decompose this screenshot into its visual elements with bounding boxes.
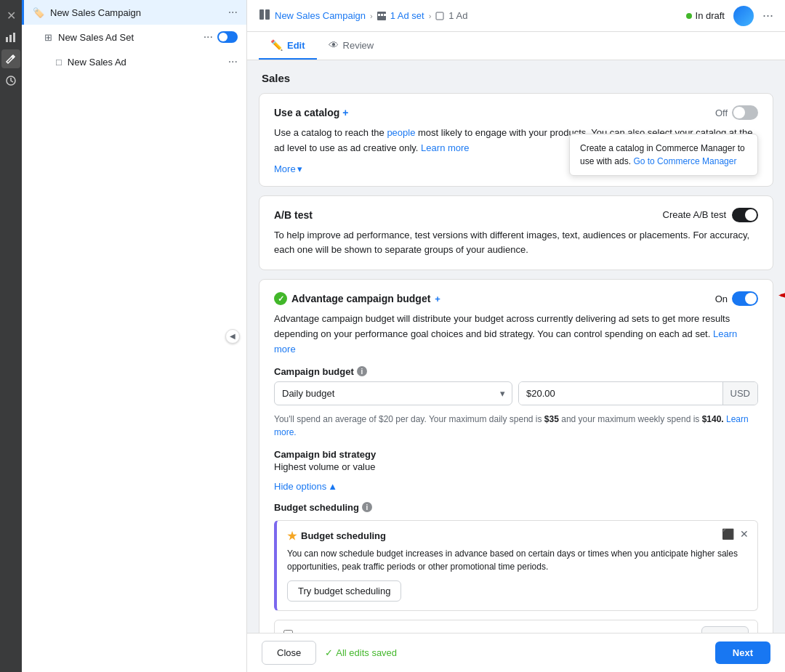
- adv-check-icon: ✓: [274, 292, 287, 305]
- review-tab-icon: 👁: [329, 39, 339, 51]
- top-bar: New Sales Campaign › 1 Ad set › 1 Ad In …: [247, 0, 785, 32]
- saved-label: All edits saved: [336, 647, 397, 658]
- tab-edit[interactable]: ✏️ Edit: [259, 32, 317, 60]
- catalog-people-link[interactable]: people: [387, 127, 415, 138]
- svg-rect-1: [9, 35, 12, 42]
- sched-star-icon: ★: [287, 530, 297, 543]
- catalog-header: Use a catalog + Off: [274, 105, 758, 120]
- sched-promo-actions: ⬛ ✕: [722, 528, 749, 540]
- campaign-budget-label: Campaign budget i: [274, 366, 758, 377]
- catalog-learn-more-link[interactable]: Learn more: [421, 142, 469, 153]
- breadcrumb: New Sales Campaign › 1 Ad set › 1 Ad: [259, 9, 467, 23]
- adv-plus: +: [435, 294, 440, 304]
- catalog-tooltip: Create a catalog in Commerce Manager to …: [569, 134, 758, 176]
- budget-row: Daily budget Lifetime budget ▾ USD: [274, 381, 758, 405]
- view-button[interactable]: View ▾: [701, 626, 749, 633]
- chart-nav-icon[interactable]: [1, 28, 20, 46]
- collapse-nav-button[interactable]: ◀: [225, 329, 240, 344]
- adset-nav-dots[interactable]: ···: [204, 31, 213, 44]
- catalog-toggle-row: Off: [715, 105, 758, 120]
- schedule-promo-card: ★ Budget scheduling ⬛ ✕ You can now sche…: [274, 520, 758, 611]
- budget-scheduling-header: Budget scheduling i: [274, 502, 758, 513]
- campaign-nav-icon: 🏷️: [33, 7, 44, 18]
- nav-item-ad[interactable]: □ New Sales Ad ···: [22, 49, 246, 74]
- ab-body: To help improve ad performance, test ver…: [274, 228, 758, 259]
- ab-title: A/B test: [274, 209, 313, 221]
- svg-rect-0: [6, 37, 8, 42]
- breadcrumb-panel-icon: [259, 9, 270, 23]
- budget-amount-input-wrap: USD: [518, 381, 758, 405]
- svg-rect-9: [384, 14, 386, 16]
- bottom-left: Close ✓ All edits saved: [262, 641, 397, 665]
- budget-amount-input[interactable]: [519, 382, 722, 405]
- adset-toggle[interactable]: [217, 31, 238, 43]
- ab-right: Create A/B test: [663, 208, 758, 222]
- hide-options-label: Hide options: [274, 481, 326, 492]
- breadcrumb-campaign[interactable]: New Sales Campaign: [275, 10, 366, 21]
- campaign-budget-info-icon[interactable]: i: [357, 366, 367, 376]
- catalog-more-label: More: [274, 163, 296, 174]
- nav-panel: 🏷️ New Sales Campaign ··· ⊞ New Sales Ad…: [22, 0, 247, 672]
- sched-promo-save-icon[interactable]: ⬛: [722, 528, 734, 540]
- spend-learn-more-link[interactable]: Learn more.: [274, 414, 749, 437]
- hide-options-link[interactable]: Hide options ▲: [274, 481, 337, 492]
- section-title: Sales: [259, 72, 773, 84]
- ad-nav-label: New Sales Ad: [68, 57, 126, 68]
- campaign-budget-label-text: Campaign budget: [274, 366, 354, 377]
- catalog-more-arrow: ▾: [297, 163, 302, 174]
- adv-body: Advantage campaign budget will distribut…: [274, 312, 758, 357]
- tooltip-link[interactable]: Go to Commerce Manager: [633, 156, 736, 166]
- hide-options-arrow: ▲: [328, 481, 337, 492]
- sched-promo-title-text: Budget scheduling: [301, 530, 386, 541]
- adv-body-text: Advantage campaign budget will distribut…: [274, 313, 730, 339]
- svg-rect-8: [381, 14, 383, 16]
- breadcrumb-adset[interactable]: 1 Ad set: [390, 10, 424, 21]
- saved-checkmark: ✓: [325, 647, 333, 658]
- adv-title-text: Advantage campaign budget: [291, 293, 430, 304]
- spend-note: You'll spend an average of $20 per day. …: [274, 413, 758, 439]
- history-nav-icon[interactable]: [1, 71, 20, 90]
- edit-tab-icon: ✏️: [270, 39, 283, 51]
- campaign-nav-dots[interactable]: ···: [228, 6, 238, 19]
- svg-rect-2: [13, 33, 15, 42]
- ab-toggle[interactable]: [732, 208, 758, 222]
- budget-scheduling-info-icon[interactable]: i: [362, 502, 372, 512]
- next-button[interactable]: Next: [715, 641, 770, 664]
- sched-promo-close-icon[interactable]: ✕: [740, 528, 749, 540]
- close-button[interactable]: Close: [262, 641, 316, 665]
- catalog-title-text: Use a catalog: [274, 107, 339, 118]
- main-content: New Sales Campaign › 1 Ad set › 1 Ad In …: [247, 0, 785, 672]
- edit-nav-icon[interactable]: [1, 49, 20, 68]
- nav-item-adset[interactable]: ⊞ New Sales Ad Set ···: [22, 25, 246, 49]
- sched-promo-body: You can now schedule budget increases in…: [287, 547, 747, 573]
- content-area: Sales Use a catalog + Off Use a catalog …: [247, 60, 785, 633]
- icon-sidebar: ✕: [0, 0, 22, 672]
- catalog-title: Use a catalog +: [274, 107, 348, 118]
- catalog-plus: +: [342, 107, 348, 118]
- ab-test-card: A/B test Create A/B test To help improve…: [259, 195, 773, 271]
- tab-review[interactable]: 👁 Review: [317, 32, 386, 60]
- ab-header: A/B test Create A/B test: [274, 208, 758, 222]
- adset-nav-icon: ⊞: [44, 32, 52, 43]
- catalog-more-link[interactable]: More ▾: [274, 163, 302, 174]
- advantage-budget-card: ✓ Advantage campaign budget + On Advanta…: [259, 279, 773, 633]
- status-dot: [686, 13, 692, 19]
- close-sidebar-icon[interactable]: ✕: [1, 6, 20, 25]
- edit-tab-label: Edit: [287, 40, 305, 51]
- ab-create-label: Create A/B test: [663, 209, 726, 220]
- saved-status: ✓ All edits saved: [325, 647, 397, 658]
- budget-type-select[interactable]: Daily budget Lifetime budget: [274, 381, 512, 405]
- bottom-bar: Close ✓ All edits saved Next: [247, 633, 785, 672]
- adv-toggle[interactable]: [732, 291, 758, 306]
- topbar-more-dots[interactable]: ···: [762, 8, 773, 23]
- catalog-toggle[interactable]: [732, 105, 758, 120]
- catalog-card: Use a catalog + Off Use a catalog to rea…: [259, 93, 773, 187]
- sched-toggle-checkbox[interactable]: [283, 630, 293, 633]
- nav-item-campaign[interactable]: 🏷️ New Sales Campaign ···: [22, 0, 246, 25]
- edit-review-tabs: ✏️ Edit 👁 Review: [247, 32, 785, 60]
- sched-toggle-label: Increase your budget during specific tim…: [283, 630, 506, 633]
- breadcrumb-ad[interactable]: 1 Ad: [448, 10, 467, 21]
- ad-nav-dots[interactable]: ···: [228, 55, 238, 68]
- try-budget-scheduling-button[interactable]: Try budget scheduling: [287, 580, 401, 602]
- profile-avatar[interactable]: [733, 6, 754, 26]
